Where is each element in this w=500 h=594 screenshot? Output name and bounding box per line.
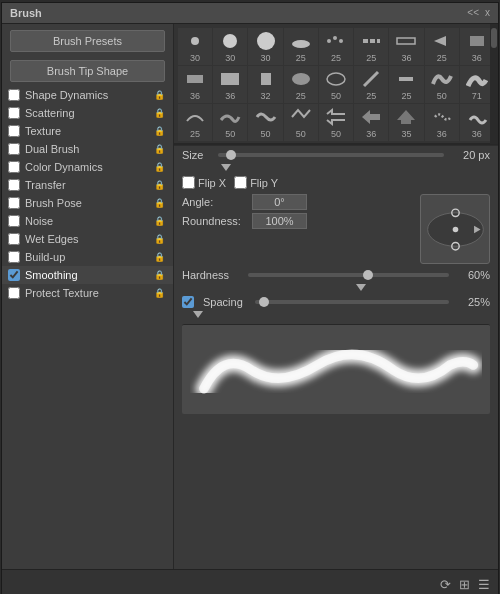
lock-icon-scattering: 🔒 xyxy=(154,108,165,118)
brush-tip-shape-button[interactable]: Brush Tip Shape xyxy=(10,60,165,82)
brush-cell-21[interactable]: 50 xyxy=(248,104,282,141)
hardness-slider[interactable] xyxy=(248,273,449,277)
color-dynamics-label: Color Dynamics xyxy=(25,161,150,173)
brush-cell-10[interactable]: 36 xyxy=(178,66,212,103)
sidebar-item-color-dynamics[interactable]: Color Dynamics 🔒 xyxy=(2,158,173,176)
sidebar-item-wet-edges[interactable]: Wet Edges 🔒 xyxy=(2,230,173,248)
roundness-input[interactable] xyxy=(252,213,307,229)
angle-dial[interactable] xyxy=(420,194,490,264)
brush-cell-25[interactable]: 35 xyxy=(389,104,423,141)
brush-cell-27[interactable]: 36 xyxy=(460,104,494,141)
close-button[interactable]: x xyxy=(485,8,490,18)
protect-texture-checkbox[interactable] xyxy=(8,287,20,299)
color-dynamics-checkbox[interactable] xyxy=(8,161,20,173)
svg-marker-20 xyxy=(397,110,415,124)
spacing-row: Spacing 25% xyxy=(174,293,498,311)
brush-cell-7[interactable]: 36 xyxy=(389,28,423,65)
sidebar-item-transfer[interactable]: Transfer 🔒 xyxy=(2,176,173,194)
svg-point-22 xyxy=(452,226,458,232)
sidebar-item-smoothing[interactable]: Smoothing 🔒 xyxy=(2,266,173,284)
svg-rect-15 xyxy=(261,73,271,85)
hardness-row: Hardness 60% xyxy=(174,266,498,284)
build-up-label: Build-up xyxy=(25,251,150,263)
size-slider[interactable] xyxy=(218,153,444,157)
svg-rect-7 xyxy=(363,39,368,43)
shape-dynamics-checkbox[interactable] xyxy=(8,89,20,101)
collapse-button[interactable]: << xyxy=(467,8,479,18)
flip-y-checkbox[interactable] xyxy=(234,176,247,189)
brush-pose-checkbox[interactable] xyxy=(8,197,20,209)
brush-cell-13[interactable]: 25 xyxy=(284,66,318,103)
sidebar-item-protect-texture[interactable]: Protect Texture 🔒 xyxy=(2,284,173,302)
spacing-checkbox[interactable] xyxy=(182,296,194,308)
angle-input[interactable] xyxy=(252,194,307,210)
panel-controls: << x xyxy=(467,8,490,18)
svg-rect-12 xyxy=(470,36,484,46)
sidebar-item-build-up[interactable]: Build-up 🔒 xyxy=(2,248,173,266)
svg-point-17 xyxy=(327,73,345,85)
build-up-checkbox[interactable] xyxy=(8,251,20,263)
grid-view-icon[interactable]: ⊞ xyxy=(459,577,470,592)
flip-x-checkbox[interactable] xyxy=(182,176,195,189)
brush-cell-9[interactable]: 36 xyxy=(460,28,494,65)
flip-y-label[interactable]: Flip Y xyxy=(234,176,278,189)
svg-point-0 xyxy=(191,37,199,45)
brush-cell-17[interactable]: 50 xyxy=(425,66,459,103)
brush-cell-26[interactable]: 36 xyxy=(425,104,459,141)
brush-cell-11[interactable]: 36 xyxy=(213,66,247,103)
sidebar-item-brush-pose[interactable]: Brush Pose 🔒 xyxy=(2,194,173,212)
brush-cell-14[interactable]: 50 xyxy=(319,66,353,103)
dual-brush-checkbox[interactable] xyxy=(8,143,20,155)
brush-cell-24[interactable]: 36 xyxy=(354,104,388,141)
svg-point-3 xyxy=(292,40,310,48)
texture-checkbox[interactable] xyxy=(8,125,20,137)
transfer-checkbox[interactable] xyxy=(8,179,20,191)
scattering-checkbox[interactable] xyxy=(8,107,20,119)
brush-cell-15[interactable]: 25 xyxy=(354,66,388,103)
hardness-value: 60% xyxy=(455,269,490,281)
brush-cell-8[interactable]: 25 xyxy=(425,28,459,65)
spacing-slider[interactable] xyxy=(255,300,449,304)
noise-checkbox[interactable] xyxy=(8,215,20,227)
svg-point-4 xyxy=(327,39,331,43)
roundness-row: Roundness: xyxy=(182,213,412,229)
sidebar-item-texture[interactable]: Texture 🔒 xyxy=(2,122,173,140)
sidebar-item-scattering[interactable]: Scattering 🔒 xyxy=(2,104,173,122)
spacing-value: 25% xyxy=(455,296,490,308)
brush-cell-5[interactable]: 25 xyxy=(319,28,353,65)
smoothing-label: Smoothing xyxy=(25,269,150,281)
brush-cell-4[interactable]: 25 xyxy=(284,28,318,65)
brush-cell-2[interactable]: 30 xyxy=(213,28,247,65)
brush-cell-1[interactable]: 30 xyxy=(178,28,212,65)
lock-icon-transfer: 🔒 xyxy=(154,180,165,190)
cycle-icon[interactable]: ⟳ xyxy=(440,577,451,592)
grid-scrollbar[interactable] xyxy=(490,24,498,144)
sidebar-item-dual-brush[interactable]: Dual Brush 🔒 xyxy=(2,140,173,158)
brush-cell-6[interactable]: 25 xyxy=(354,28,388,65)
flip-x-label[interactable]: Flip X xyxy=(182,176,226,189)
lock-icon-brush-pose: 🔒 xyxy=(154,198,165,208)
size-row: Size 20 px xyxy=(174,145,498,164)
transfer-label: Transfer xyxy=(25,179,150,191)
panel-title: Brush xyxy=(10,7,42,19)
brush-cell-19[interactable]: 25 xyxy=(178,104,212,141)
protect-texture-label: Protect Texture xyxy=(25,287,150,299)
smoothing-checkbox[interactable] xyxy=(8,269,20,281)
sidebar-item-shape-dynamics[interactable]: Shape Dynamics 🔒 xyxy=(2,86,173,104)
brush-cell-18[interactable]: 71 xyxy=(460,66,494,103)
brush-cell-20[interactable]: 50 xyxy=(213,104,247,141)
roundness-label: Roundness: xyxy=(182,215,252,227)
brush-cell-23[interactable]: 50 xyxy=(319,104,353,141)
wet-edges-checkbox[interactable] xyxy=(8,233,20,245)
brush-cell-16[interactable]: 25 xyxy=(389,66,423,103)
brush-cell-22[interactable]: 50 xyxy=(284,104,318,141)
dial-svg xyxy=(423,197,488,262)
lock-icon-protect-texture: 🔒 xyxy=(154,288,165,298)
brush-presets-button[interactable]: Brush Presets xyxy=(10,30,165,52)
brush-cell-3[interactable]: 30 xyxy=(248,28,282,65)
flip-row: Flip X Flip Y xyxy=(174,173,498,192)
list-view-icon[interactable]: ☰ xyxy=(478,577,490,592)
size-value: 20 px xyxy=(450,149,490,161)
sidebar-item-noise[interactable]: Noise 🔒 xyxy=(2,212,173,230)
brush-cell-12[interactable]: 32 xyxy=(248,66,282,103)
